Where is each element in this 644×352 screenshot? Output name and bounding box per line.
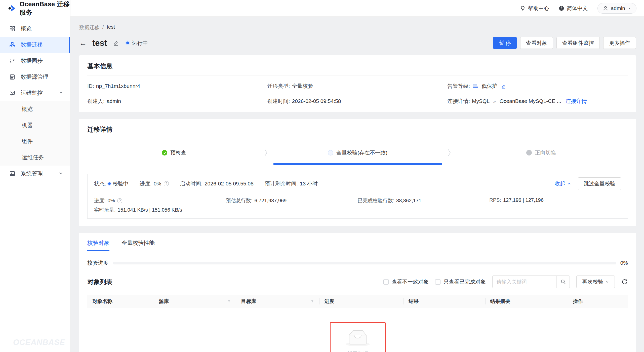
sidebar-subitem-machines[interactable]: 机器 xyxy=(0,117,70,133)
question-circle-icon[interactable]: ? xyxy=(164,181,169,186)
search-icon[interactable] xyxy=(556,276,570,288)
database-doc-icon xyxy=(9,74,16,80)
edit-alarm-icon[interactable] xyxy=(501,84,506,89)
sidebar-item-label: 数据源管理 xyxy=(21,73,48,81)
column-actions[interactable]: 操作 xyxy=(568,295,628,308)
org-chart-icon xyxy=(9,42,16,48)
empty-inbox-icon xyxy=(343,327,373,348)
metric-done-rows: 已完成校验行数: 38,862,171 xyxy=(358,197,490,213)
alarm-level-icon xyxy=(473,84,478,88)
loading-circle-icon xyxy=(328,150,333,155)
sidebar-subitem-components[interactable]: 组件 xyxy=(0,133,70,149)
column-label: 进度 xyxy=(324,298,334,305)
status-summary-row: 状态: 校验中 进度: 0% ? 启动时间: 2026-02-05 09:55:… xyxy=(88,174,628,193)
basic-info-card: 基本信息 ID: np_7h1m1xbunnr4 迁移类型: 全量校验 告警等级… xyxy=(79,55,636,112)
info-alarm: 告警等级: 低保护 xyxy=(447,83,627,90)
breadcrumb-parent[interactable]: 数据迁移 xyxy=(79,24,99,31)
skip-full-verification-button[interactable]: 跳过全量校验 xyxy=(578,177,621,190)
sidebar-item-label: 概览 xyxy=(21,25,32,32)
filter-completed-checkbox[interactable]: 只查看已完成对象 xyxy=(435,278,486,285)
step-full-verification[interactable]: 全量校验(存在不一致) xyxy=(273,149,442,156)
column-progress[interactable]: 进度 xyxy=(319,295,404,308)
metric-total-value: 6,721,937,969 xyxy=(254,198,287,204)
chevron-down-icon xyxy=(605,280,609,284)
sidebar-item-data-sync[interactable]: 数据同步 xyxy=(0,53,70,69)
connection-detail-link[interactable]: 连接详情 xyxy=(566,98,587,105)
info-creator-label: 创建人: xyxy=(87,98,105,105)
info-created-label: 创建时间: xyxy=(267,98,290,105)
page-title: test xyxy=(92,38,107,48)
status-dot-icon xyxy=(108,182,111,185)
status-actions: 收起 跳过全量校验 xyxy=(555,177,621,190)
status-label: 状态: xyxy=(94,180,106,187)
reverify-dropdown-button[interactable]: 再次校验 xyxy=(576,276,615,288)
step-status-panel: 状态: 校验中 进度: 0% ? 启动时间: 2026-02-05 09:55:… xyxy=(87,174,628,219)
breadcrumb: 数据迁移 / test xyxy=(79,24,636,31)
info-alarm-value: 低保护 xyxy=(481,83,497,90)
metric-flow-label: 实时流量: xyxy=(94,207,116,213)
pending-circle-icon xyxy=(526,150,532,155)
filter-funnel-icon[interactable] xyxy=(310,298,314,304)
sidebar-item-ops-monitor[interactable]: 运维监控 xyxy=(0,85,70,101)
info-id-value: np_7h1m1xbunnr4 xyxy=(96,83,140,89)
column-source-db[interactable]: 源库 xyxy=(154,295,236,308)
more-actions-button[interactable]: 更多操作 xyxy=(603,37,636,49)
pause-button[interactable]: 暂 停 xyxy=(493,37,517,49)
info-created-value: 2026-02-05 09:54:58 xyxy=(292,98,341,104)
collapse-link[interactable]: 收起 xyxy=(555,180,571,187)
object-list-title: 对象列表 xyxy=(87,278,112,286)
info-created: 创建时间: 2026-02-05 09:54:58 xyxy=(267,98,448,105)
sidebar: OceanBase 迁移服务 概览 xyxy=(0,0,70,352)
metric-flow-value: 151,041 KB/s | 151,056 KB/s xyxy=(118,207,182,213)
filter-inconsistent-checkbox[interactable]: 查看不一致对象 xyxy=(383,278,429,285)
column-label: 操作 xyxy=(573,298,583,305)
tab-verify-performance[interactable]: 全量校验性能 xyxy=(122,239,155,251)
column-target-db[interactable]: 目标库 xyxy=(236,295,319,308)
sidebar-item-label: 数据同步 xyxy=(21,57,43,65)
conn-arrow: » xyxy=(493,98,496,104)
step-precheck[interactable]: 预检查 xyxy=(90,149,258,156)
migration-detail-title: 迁移详情 xyxy=(87,125,628,139)
grid-icon xyxy=(9,25,16,32)
view-component-monitor-button[interactable]: 查看组件监控 xyxy=(556,37,600,49)
help-center[interactable]: 帮助中心 xyxy=(520,5,549,12)
refresh-icon[interactable] xyxy=(621,279,628,285)
column-object-name[interactable]: 对象名称 xyxy=(87,295,154,308)
back-arrow-icon[interactable]: ← xyxy=(79,39,87,47)
metric-rps-value: 127,196 | 127,196 xyxy=(503,197,544,203)
column-label: 对象名称 xyxy=(92,298,112,305)
metric-total-label: 预估总行数: xyxy=(226,197,253,204)
sidebar-item-system-mgmt[interactable]: 系统管理 xyxy=(0,166,70,182)
sidebar-item-label: 机器 xyxy=(22,122,33,129)
search-input[interactable] xyxy=(493,276,556,288)
chevron-down-icon xyxy=(59,170,63,177)
step-label: 全量校验(存在不一致) xyxy=(336,149,387,156)
conn-source: MySQL xyxy=(472,98,490,104)
info-type-label: 迁移类型: xyxy=(267,83,290,90)
column-result[interactable]: 结果 xyxy=(404,295,485,308)
sidebar-item-label: 组件 xyxy=(22,138,33,145)
column-result-summary[interactable]: 结果摘要 xyxy=(485,295,568,308)
sidebar-item-label: 系统管理 xyxy=(21,170,43,177)
start-time-label: 启动时间: xyxy=(180,180,203,187)
language-switcher[interactable]: 简体中文 xyxy=(559,5,588,12)
sidebar-item-data-migration[interactable]: 数据迁移 xyxy=(0,37,70,53)
filter-funnel-icon[interactable] xyxy=(227,298,231,304)
step-forward-switch[interactable]: 正向切换 xyxy=(457,149,625,156)
edit-title-icon[interactable] xyxy=(113,40,119,46)
metric-done-value: 38,862,171 xyxy=(396,198,421,204)
sidebar-subitem-ops-tasks[interactable]: 运维任务 xyxy=(0,149,70,166)
sidebar-item-overview[interactable]: 概览 xyxy=(0,21,70,37)
question-circle-icon[interactable]: ? xyxy=(117,198,122,203)
tab-verify-objects[interactable]: 校验对象 xyxy=(87,239,109,251)
brand-logo: OceanBase 迁移服务 xyxy=(0,0,70,17)
column-label: 目标库 xyxy=(241,298,256,305)
reverify-label: 再次校验 xyxy=(582,278,603,285)
view-objects-button[interactable]: 查看对象 xyxy=(520,37,553,49)
topbar: 帮助中心 简体中文 a xyxy=(70,0,644,17)
user-menu[interactable]: admin xyxy=(597,3,636,14)
object-list-controls: 查看不一致对象 只查看已完成对象 xyxy=(383,276,628,288)
title-actions: 暂 停 查看对象 查看组件监控 更多操作 xyxy=(493,37,636,49)
sidebar-item-datasource[interactable]: 数据源管理 xyxy=(0,69,70,85)
sidebar-subitem-overview[interactable]: 概览 xyxy=(0,101,70,117)
